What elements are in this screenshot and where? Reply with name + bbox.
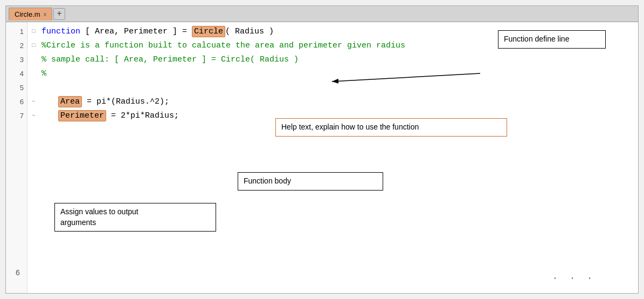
tab-circle-m[interactable]: Circle.m x: [9, 8, 52, 21]
code-text-1b: ( Radius ): [225, 27, 274, 36]
code-comment-2: %Circle is a function built to calcuate …: [41, 41, 405, 50]
line-num-1: 1: [6, 24, 27, 38]
fold-icon-7: −: [32, 112, 39, 119]
code-comment-4: %: [41, 69, 46, 78]
bottom-dots: . . .: [552, 270, 595, 282]
annotation-assign-line2: arguments: [60, 218, 96, 227]
fold-icon-2: □: [32, 42, 39, 49]
fold-icon-6: −: [32, 98, 39, 105]
line-num-3: 3: [6, 52, 27, 66]
fold-spacer-6: [41, 97, 56, 106]
annotation-help-text: Help text, explain how to use the functi…: [275, 118, 507, 137]
code-comment-3: % sample call: [ Area, Perimeter ] = Cir…: [41, 55, 299, 64]
tab-close-button[interactable]: x: [44, 11, 47, 17]
fold-icon-3: [32, 56, 39, 63]
editor-area: 1 2 3 4 5 6 7 □ function [ Area, Perimet…: [6, 22, 638, 293]
annotation-function-define-text: Function define line: [504, 35, 569, 43]
line-num-4: 4: [6, 66, 27, 80]
tab-add-button[interactable]: +: [53, 8, 65, 20]
code-line-6: − Area = pi*(Radius.^2);: [32, 94, 638, 108]
code-line-5: [32, 80, 638, 94]
tab-bar: Circle.m x +: [6, 6, 638, 22]
main-editor-container: Circle.m x + 1 2 3 4 5 6 7 □ function [ …: [5, 5, 639, 294]
code-area[interactable]: □ function [ Area, Perimeter ] = Circle …: [27, 22, 638, 293]
line-num-2: 2: [6, 38, 27, 52]
annotation-assign-values: Assign values to output arguments: [54, 203, 216, 232]
fold-icon-4: [32, 70, 39, 77]
fold-icon-5: [32, 84, 39, 91]
code-blank-5: [41, 83, 46, 92]
code-text-6: = pi*(Radius.^2);: [82, 97, 169, 106]
perimeter-highlight: Perimeter: [58, 110, 106, 121]
fold-icon-1: □: [32, 28, 39, 35]
code-text-1a: [ Area, Perimeter ] =: [80, 27, 192, 36]
line-num-7: 7: [6, 108, 27, 123]
line-numbers: 1 2 3 4 5 6 7: [6, 22, 27, 293]
tab-label: Circle.m: [15, 10, 40, 18]
annotation-function-define: Function define line: [498, 30, 606, 49]
code-line-4: %: [32, 66, 638, 80]
annotation-function-body: Function body: [238, 172, 383, 191]
annotation-assign-line1: Assign values to output: [60, 207, 139, 216]
code-line-3: % sample call: [ Area, Perimeter ] = Cir…: [32, 52, 638, 66]
circle-highlight: Circle: [192, 26, 225, 37]
keyword-function: function: [41, 27, 80, 36]
fold-spacer-7: [41, 111, 56, 120]
line-num-5: 5: [6, 80, 27, 94]
line-num-6: 6: [6, 94, 27, 108]
area-highlight: Area: [58, 96, 82, 107]
annotation-help-text-content: Help text, explain how to use the functi…: [281, 123, 419, 131]
bottom-line-number: 6: [16, 268, 20, 277]
code-text-7: = 2*pi*Radius;: [106, 111, 179, 120]
annotation-function-body-text: Function body: [244, 176, 291, 185]
